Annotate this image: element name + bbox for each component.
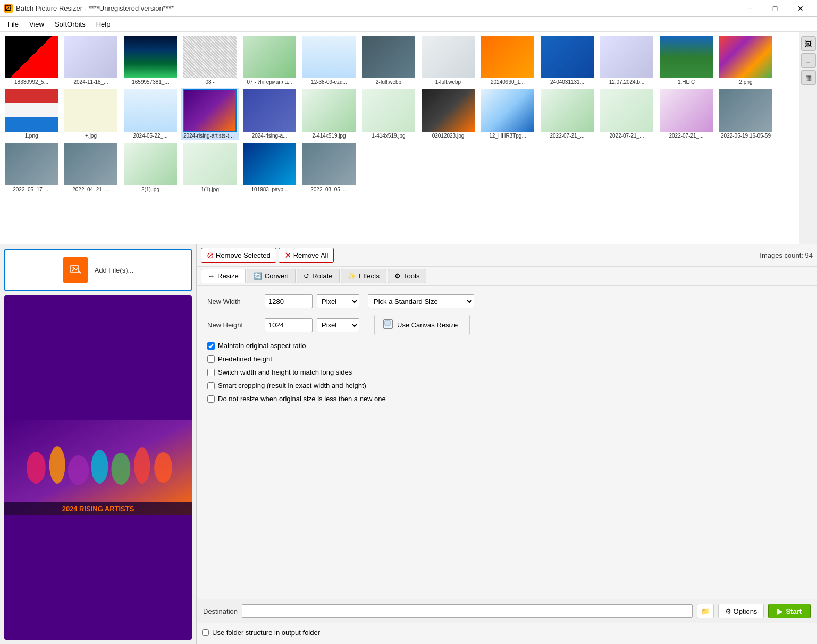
gallery-item[interactable]: 1-414x519.jpg	[359, 88, 418, 140]
gallery-thumbnail	[362, 89, 415, 132]
grid-icon: ▦	[805, 74, 812, 82]
gallery-item-label: 1-414x519.jpg	[362, 133, 415, 139]
no-resize-label[interactable]: Do not resize when original size is less…	[218, 395, 386, 403]
tab-convert[interactable]: 🔄 Convert	[247, 269, 296, 283]
gallery-item[interactable]: 18330992_5...	[2, 34, 61, 87]
gallery-item[interactable]: 1.HEIC	[657, 34, 715, 87]
menu-file[interactable]: File	[2, 18, 24, 30]
gallery-thumbnail	[541, 89, 594, 132]
gallery-thumbnail	[541, 36, 594, 78]
maintain-aspect-label[interactable]: Maintain original aspect ratio	[218, 342, 306, 350]
gallery-item[interactable]: 2022_04_21_...	[62, 141, 120, 194]
menu-bar: File View SoftOrbits Help	[0, 17, 817, 32]
svg-point-1	[72, 267, 74, 269]
maintain-aspect-checkbox[interactable]	[207, 342, 215, 350]
tab-effects[interactable]: ✨ Effects	[341, 269, 387, 283]
tab-resize[interactable]: ↔ Resize	[201, 269, 246, 283]
gallery-item[interactable]: 12_HHR3Tpg...	[478, 88, 537, 140]
start-button[interactable]: ▶ Start	[768, 604, 811, 618]
width-row: New Width Pixel Percent cm inch Pick a S…	[207, 294, 806, 308]
tab-rotate[interactable]: ↺ Rotate	[297, 269, 339, 283]
maximize-button[interactable]: □	[763, 0, 787, 17]
width-unit-select[interactable]: Pixel Percent cm inch	[317, 294, 359, 308]
switch-sides-checkbox[interactable]	[207, 369, 215, 376]
gallery-item[interactable]: 1659957381_...	[121, 34, 180, 87]
gallery-item-label: 2022_03_05_...	[302, 187, 356, 192]
left-panel: Add File(s)...	[0, 244, 197, 644]
gallery-item[interactable]: 2024-rising-a...	[240, 88, 299, 140]
svg-text:2024 RISING ARTISTS: 2024 RISING ARTISTS	[62, 505, 134, 513]
gallery-thumbnail	[302, 143, 356, 185]
gallery-item[interactable]: 2-full.webp	[359, 34, 418, 87]
gallery-thumbnail	[124, 89, 177, 132]
gallery-item[interactable]: 2.png	[717, 34, 775, 87]
gallery-item[interactable]: 2-414x519.jpg	[300, 88, 358, 140]
sidebar-thumbnails-button[interactable]: 🖼	[801, 36, 816, 51]
preview-area: 2024 RISING ARTISTS	[4, 295, 192, 640]
gallery-item[interactable]: +.jpg	[62, 88, 120, 140]
preview-image: 2024 RISING ARTISTS	[4, 295, 192, 640]
add-files-button[interactable]: Add File(s)...	[4, 249, 192, 291]
predefined-height-label[interactable]: Predefined height	[218, 355, 272, 363]
no-resize-checkbox[interactable]	[207, 395, 215, 403]
gallery-item[interactable]: 1-full.webp	[419, 34, 477, 87]
destination-input[interactable]	[242, 604, 693, 618]
standard-size-select[interactable]: Pick a Standard Size	[368, 294, 474, 308]
gallery-item-label: 1.png	[5, 133, 58, 139]
gallery-thumbnail	[302, 89, 356, 132]
minimize-button[interactable]: −	[737, 0, 762, 17]
use-folder-label[interactable]: Use folder structure in output folder	[212, 629, 320, 637]
new-width-input[interactable]	[265, 294, 313, 308]
gallery-item[interactable]: 2022-07-21_...	[657, 88, 715, 140]
canvas-resize-button[interactable]: Use Canvas Resize	[374, 315, 470, 335]
gallery-item[interactable]: 20240930_1...	[478, 34, 537, 87]
close-button[interactable]: ✕	[788, 0, 813, 17]
browse-button[interactable]: 📁	[697, 604, 714, 618]
gallery-item[interactable]: 2024-05-22_...	[121, 88, 180, 140]
gallery-item[interactable]: 1.png	[2, 88, 61, 140]
smart-crop-checkbox[interactable]	[207, 382, 215, 389]
gallery-item[interactable]: 2(1).jpg	[121, 141, 180, 194]
svg-point-10	[154, 452, 172, 483]
remove-selected-label: Remove Selected	[216, 251, 271, 259]
convert-icon: 🔄	[254, 272, 262, 280]
gallery-item-label: 2022_04_21_...	[64, 187, 117, 192]
gallery-item[interactable]: 2022_05_17_...	[2, 141, 61, 194]
sidebar-list-button[interactable]: ≡	[801, 53, 816, 68]
gallery-item[interactable]: 2024-11-18_...	[62, 34, 120, 87]
gallery-item[interactable]: 2404031131...	[538, 34, 596, 87]
gallery-item[interactable]: 12.07.2024.b...	[597, 34, 656, 87]
gallery-item[interactable]: 02012023.jpg	[419, 88, 477, 140]
gallery-thumbnail	[422, 89, 475, 132]
menu-softorbits[interactable]: SoftOrbits	[49, 18, 91, 30]
gallery-item[interactable]: 1(1).jpg	[181, 141, 239, 194]
gallery-item[interactable]: 07 - Ингерманла...	[240, 34, 299, 87]
gallery-item[interactable]: 2024-rising-artists-to-watch-britteny-sp…	[181, 88, 239, 140]
gallery-item[interactable]: 2022-07-21_...	[597, 88, 656, 140]
gallery-item[interactable]: 2022-05-19 16-05-59	[717, 88, 775, 140]
gallery-item[interactable]: 08 -	[181, 34, 239, 87]
gallery-item[interactable]: 2022-07-21_...	[538, 88, 596, 140]
height-unit-select[interactable]: Pixel Percent cm inch	[317, 318, 359, 332]
remove-all-button[interactable]: ✕ Remove All	[279, 248, 334, 263]
svg-rect-14	[385, 321, 390, 325]
gear-icon: ⚙	[725, 607, 731, 615]
effects-icon: ✨	[348, 272, 356, 280]
remove-selected-button[interactable]: ⊘ Remove Selected	[201, 248, 276, 263]
predefined-height-checkbox[interactable]	[207, 355, 215, 363]
gallery-item-label: 2024-11-18_...	[64, 79, 117, 85]
switch-sides-label[interactable]: Switch width and height to match long si…	[218, 368, 352, 376]
gallery-item-label: +.jpg	[64, 133, 117, 139]
tab-tools[interactable]: ⚙ Tools	[388, 269, 426, 283]
sidebar-grid-button[interactable]: ▦	[801, 70, 816, 85]
smart-crop-label[interactable]: Smart cropping (result in exact width an…	[218, 382, 366, 389]
menu-view[interactable]: View	[24, 18, 49, 30]
new-height-input[interactable]	[265, 318, 313, 332]
use-folder-checkbox[interactable]	[202, 629, 209, 636]
menu-help[interactable]: Help	[91, 18, 116, 30]
gallery-item[interactable]: 101983_payp...	[240, 141, 299, 194]
tab-effects-label: Effects	[359, 272, 380, 280]
gallery-item[interactable]: 12-38-09-ezq...	[300, 34, 358, 87]
gallery-item[interactable]: 2022_03_05_...	[300, 141, 358, 194]
options-button[interactable]: ⚙ Options	[718, 604, 764, 618]
